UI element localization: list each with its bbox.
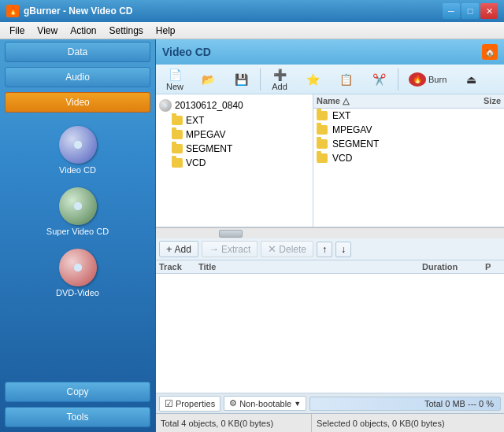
right-item-segment[interactable]: SEGMENT: [313, 137, 504, 151]
bottom-action-bar: + Add → Extract ✕ Delete ↑ ↓: [156, 238, 504, 260]
right-item-mpegav[interactable]: MPEGAV: [313, 123, 504, 137]
menu-view[interactable]: View: [31, 24, 64, 38]
maximize-button[interactable]: □: [461, 3, 479, 19]
new-button[interactable]: 📄 New: [159, 65, 191, 94]
home-icon[interactable]: 🏠: [482, 44, 498, 60]
delete-button[interactable]: ✕ Delete: [261, 241, 313, 257]
dvd-icon: [59, 249, 97, 286]
app-icon: 🔥: [6, 5, 19, 17]
eject-icon: ⏏: [462, 72, 480, 87]
star-icon: ⭐: [304, 72, 321, 87]
add-icon: ➕: [271, 68, 288, 82]
content-area: Video CD 🏠 📄 New 📂 💾 ➕ Add ⭐: [156, 39, 504, 432]
main-layout: Data Audio Video Video CD Super Video CD: [0, 39, 504, 432]
menu-bar: File View Action Settings Help: [0, 22, 504, 39]
right-folder-icon-ext: [317, 111, 328, 120]
tree-root[interactable]: 20130612_0840: [156, 98, 313, 113]
super-vcd-label: Super Video CD: [46, 227, 109, 236]
minimize-button[interactable]: ─: [443, 3, 460, 19]
right-file-panel: Name △ Size EXT MPEGAV SEGMENT: [313, 94, 504, 227]
copy-toolbar-button[interactable]: 📋: [330, 70, 361, 89]
tree-item-ext[interactable]: EXT: [156, 113, 313, 127]
menu-file[interactable]: File: [3, 24, 31, 38]
right-label-ext: EXT: [332, 110, 350, 121]
right-label-vcd: VCD: [332, 153, 352, 164]
content-header: Video CD 🏠: [156, 39, 504, 65]
toolbar-separator-1: [260, 68, 261, 90]
right-item-ext[interactable]: EXT: [313, 109, 504, 123]
sidebar: Data Audio Video Video CD Super Video CD: [0, 39, 156, 432]
add-track-button[interactable]: + Add: [159, 241, 198, 257]
menu-action[interactable]: Action: [64, 24, 102, 38]
dvd-video-label: DVD-Video: [56, 288, 99, 297]
new-icon: 📄: [166, 68, 183, 82]
properties-label: Properties: [176, 399, 215, 408]
cut-button[interactable]: ✂️: [363, 70, 395, 89]
tree-item-vcd[interactable]: VCD: [156, 156, 313, 170]
window-controls: ─ □ ✕: [443, 3, 498, 19]
move-up-button[interactable]: ↑: [317, 242, 332, 257]
extract-icon: →: [209, 243, 219, 255]
content-title: Video CD: [162, 46, 211, 58]
sidebar-super-vcd[interactable]: Super Video CD: [31, 183, 125, 241]
video-cd-label: Video CD: [59, 165, 96, 175]
tree-label-vcd: VCD: [186, 157, 206, 168]
scroll-thumb[interactable]: [219, 230, 243, 238]
toolbar: 📄 New 📂 💾 ➕ Add ⭐ 📋 ✂️: [156, 65, 504, 94]
sidebar-video-cd[interactable]: Video CD: [31, 121, 125, 179]
burn-button[interactable]: 🔥 Burn: [402, 70, 454, 89]
open-icon: 📂: [199, 72, 217, 87]
horizontal-scrollbar[interactable]: [156, 227, 504, 238]
nonbootable-button[interactable]: ⚙ Non-bootable ▼: [224, 396, 306, 411]
move-down-button[interactable]: ↓: [335, 242, 351, 257]
left-tree-panel[interactable]: 20130612_0840 EXT MPEGAV SEGMENT VCD: [156, 94, 313, 227]
sidebar-video-btn[interactable]: Video: [5, 92, 150, 113]
col-duration-header[interactable]: Duration: [422, 262, 485, 271]
right-folder-icon-vcd: [317, 153, 328, 163]
properties-button[interactable]: ☑ Properties: [159, 396, 220, 412]
menu-help[interactable]: Help: [150, 24, 182, 38]
right-folder-icon-mpegav: [317, 125, 328, 135]
tree-label-segment: SEGMENT: [186, 143, 232, 154]
tools-button[interactable]: Tools: [5, 407, 150, 427]
col-title-header[interactable]: Title: [198, 262, 422, 271]
tree-label-mpegav: MPEGAV: [186, 129, 225, 140]
extract-button[interactable]: → Extract: [202, 241, 258, 257]
disc-small-icon: [159, 99, 172, 112]
properties-bar: ☑ Properties ⚙ Non-bootable ▼ Total 0 MB…: [156, 393, 504, 413]
col-track-header[interactable]: Track: [159, 262, 198, 271]
save-icon: 💾: [232, 72, 250, 87]
sidebar-dvd-video[interactable]: DVD-Video: [31, 244, 125, 302]
track-table-header: Track Title Duration P: [156, 260, 504, 274]
right-label-mpegav: MPEGAV: [332, 124, 372, 135]
toolbar-separator-2: [398, 68, 398, 90]
save-button[interactable]: 💾: [225, 70, 257, 89]
right-label-segment: SEGMENT: [332, 138, 379, 150]
right-item-vcd[interactable]: VCD: [313, 151, 504, 165]
tree-item-mpegav[interactable]: MPEGAV: [156, 127, 313, 142]
window-title: gBurner - New Video CD: [24, 6, 443, 17]
sidebar-nav-items: Video CD Super Video CD DVD-Video: [0, 115, 155, 378]
col-p-header: P: [485, 262, 501, 271]
super-vcd-icon: [59, 187, 97, 225]
file-panels: 20130612_0840 EXT MPEGAV SEGMENT VCD: [156, 94, 504, 227]
folder-icon-segment: [172, 144, 183, 153]
sidebar-audio-btn[interactable]: Audio: [5, 67, 150, 87]
nonbootable-label: Non-bootable: [239, 399, 291, 408]
open-button[interactable]: 📂: [192, 70, 224, 89]
close-button[interactable]: ✕: [480, 3, 498, 19]
eject-button[interactable]: ⏏: [455, 70, 487, 89]
add-icon: +: [166, 243, 172, 255]
menu-settings[interactable]: Settings: [103, 24, 150, 38]
tree-item-segment[interactable]: SEGMENT: [156, 142, 313, 156]
col-name-header[interactable]: Name △: [317, 96, 454, 106]
copy-button[interactable]: Copy: [5, 382, 150, 402]
sidebar-data-btn[interactable]: Data: [5, 42, 150, 62]
add-button[interactable]: ➕ Add: [264, 65, 295, 94]
folder-icon-mpegav: [172, 130, 183, 139]
title-bar: 🔥 gBurner - New Video CD ─ □ ✕: [0, 0, 504, 22]
tree-label-ext: EXT: [186, 115, 204, 126]
col-size-header[interactable]: Size: [454, 96, 501, 106]
star-button[interactable]: ⭐: [297, 70, 328, 89]
video-cd-icon: [59, 126, 97, 164]
